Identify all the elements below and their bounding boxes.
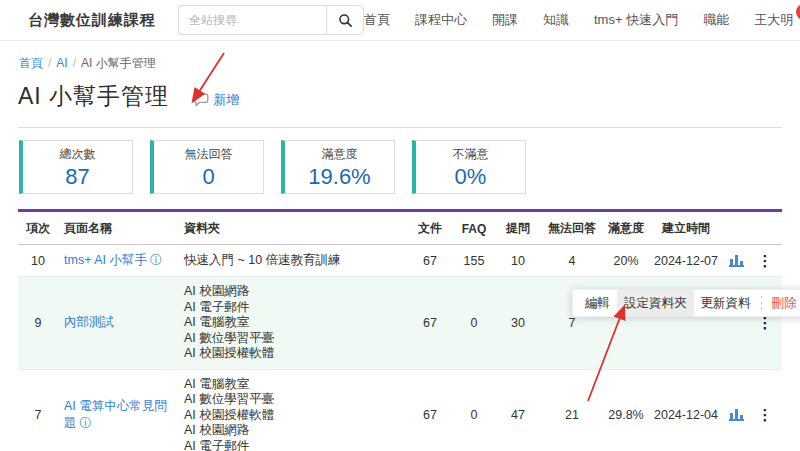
site-logo[interactable]: 台灣數位訓練課程 (28, 11, 156, 30)
cell-unanswered: 21 (540, 369, 604, 451)
nav-item-1[interactable]: 首頁 (364, 11, 390, 29)
cell-index: 10 (18, 245, 58, 277)
cell-folders: AI 電腦教室AI 數位學習平臺AI 校園授權軟體AI 校園網路AI 電子郵件 (178, 369, 408, 451)
stat-value: 0% (416, 164, 525, 190)
column-header-chart (724, 211, 748, 245)
page-title: AI 小幫手管理 (18, 81, 169, 112)
kebab-menu-icon[interactable]: ⋮ (758, 406, 773, 423)
menu-item-3[interactable]: 更新資料 (694, 290, 758, 317)
main-nav: 首頁課程中心開課知識tms+ 快速入門職能王大明2▾ (364, 11, 800, 29)
column-header-1: 項次 (18, 211, 58, 245)
cell-chart (724, 369, 748, 451)
cell-faq: 0 (452, 277, 496, 370)
add-assistant-button[interactable]: 新增 (193, 91, 239, 109)
info-icon[interactable]: ⓘ (80, 416, 92, 430)
cell-actions: ⋮ (748, 245, 782, 277)
stat-label: 總次數 (23, 146, 132, 163)
cell-chart (724, 245, 748, 277)
breadcrumb-link-2[interactable]: AI (56, 56, 67, 70)
bar-chart-icon[interactable] (729, 409, 744, 421)
nav-item-3[interactable]: 開課 (492, 11, 518, 29)
nav-item-2[interactable]: 課程中心 (415, 11, 467, 29)
menu-separator (761, 296, 762, 310)
search-icon (338, 13, 353, 28)
cell-created: 2024-12-07 (648, 245, 724, 277)
kebab-menu-icon[interactable]: ⋮ (758, 252, 773, 269)
stat-value: 0 (154, 164, 263, 190)
cell-satisfaction: 20% (604, 245, 648, 277)
title-row: AI 小幫手管理 新增 (0, 72, 800, 112)
info-icon[interactable]: ⓘ (150, 253, 162, 267)
search-box (178, 5, 364, 35)
page-name-link[interactable]: 內部測試 (64, 315, 114, 329)
cell-questions: 30 (496, 277, 540, 370)
cell-folders: 快速入門 ~ 10 倍速教育訓練 (178, 245, 408, 277)
stat-label: 無法回答 (154, 146, 263, 163)
cell-page-name: AI 電算中心常見問題ⓘ (58, 369, 178, 451)
cell-created: 2024-12-04 (648, 369, 724, 451)
table-row: 7AI 電算中心常見問題ⓘAI 電腦教室AI 數位學習平臺AI 校園授權軟體AI… (18, 369, 782, 451)
page-name-link[interactable]: tms+ AI 小幫手 (64, 253, 147, 267)
folder-name: AI 電腦教室 (184, 377, 408, 393)
stat-cards: 總次數87無法回答0滿意度19.6%不滿意0% (0, 128, 800, 194)
stat-label: 不滿意 (416, 146, 525, 163)
user-name: 王大明 (754, 11, 793, 29)
menu-item-1[interactable]: 編輯 (578, 290, 617, 317)
search-button[interactable] (326, 5, 364, 35)
search-input[interactable] (178, 5, 326, 35)
stat-card-2: 無法回答0 (150, 140, 264, 194)
menu-item-4[interactable]: 刪除 (765, 290, 800, 317)
folder-name: AI 電腦教室 (184, 315, 408, 331)
breadcrumb: 首頁/AI/AI 小幫手管理 (0, 41, 800, 72)
user-menu[interactable]: 王大明2▾ (754, 11, 800, 29)
folder-name: AI 電子郵件 (184, 300, 408, 316)
table-row: 10tms+ AI 小幫手ⓘ快速入門 ~ 10 倍速教育訓練6715510420… (18, 245, 782, 277)
column-header-5: FAQ (452, 211, 496, 245)
nav-item-4[interactable]: 知識 (543, 11, 569, 29)
cell-docs: 67 (408, 245, 452, 277)
folder-name: AI 校園網路 (184, 284, 408, 300)
column-header-2: 頁面名稱 (58, 211, 178, 245)
folder-name: AI 數位學習平臺 (184, 331, 408, 347)
bar-chart-icon[interactable] (729, 255, 744, 267)
cell-unanswered: 4 (540, 245, 604, 277)
cell-satisfaction: 29.8% (604, 369, 648, 451)
cell-page-name: 內部測試 (58, 277, 178, 370)
breadcrumb-separator: / (48, 56, 51, 70)
add-label: 新增 (213, 91, 239, 109)
stat-card-1: 總次數87 (19, 140, 133, 194)
cell-folders: AI 校園網路AI 電子郵件AI 電腦教室AI 數位學習平臺AI 校園授權軟體 (178, 277, 408, 370)
cell-questions: 10 (496, 245, 540, 277)
breadcrumb-link-1[interactable]: 首頁 (19, 56, 43, 70)
cell-questions: 47 (496, 369, 540, 451)
cell-index: 9 (18, 277, 58, 370)
cell-faq: 155 (452, 245, 496, 277)
menu-item-2[interactable]: 設定資料夾 (617, 290, 694, 317)
cell-faq: 0 (452, 369, 496, 451)
folder-name: AI 校園網路 (184, 423, 408, 439)
folder-name: AI 電子郵件 (184, 439, 408, 451)
cell-docs: 67 (408, 277, 452, 370)
folder-name: AI 校園授權軟體 (184, 408, 408, 424)
nav-item-6[interactable]: 職能 (703, 11, 729, 29)
stat-label: 滿意度 (285, 146, 394, 163)
column-header-8: 滿意度 (604, 211, 648, 245)
row-context-menu: 編輯設定資料夾更新資料刪除 (572, 289, 800, 317)
breadcrumb-separator: / (73, 56, 76, 70)
stat-value: 87 (23, 164, 132, 190)
cell-index: 7 (18, 369, 58, 451)
stat-card-4: 不滿意0% (412, 140, 526, 194)
stat-value: 19.6% (285, 164, 394, 190)
stat-card-3: 滿意度19.6% (281, 140, 395, 194)
column-header-3: 資料夾 (178, 211, 408, 245)
cell-actions: ⋮ (748, 369, 782, 451)
notification-badge: 2 (796, 4, 800, 20)
cell-docs: 67 (408, 369, 452, 451)
folder-name: AI 數位學習平臺 (184, 392, 408, 408)
folder-name: AI 校園授權軟體 (184, 346, 408, 362)
folder-name: 快速入門 ~ 10 倍速教育訓練 (184, 253, 408, 269)
column-header-9: 建立時間 (648, 211, 724, 245)
nav-item-5[interactable]: tms+ 快速入門 (594, 11, 678, 29)
column-header-7: 無法回答 (540, 211, 604, 245)
column-header-actions (748, 211, 782, 245)
